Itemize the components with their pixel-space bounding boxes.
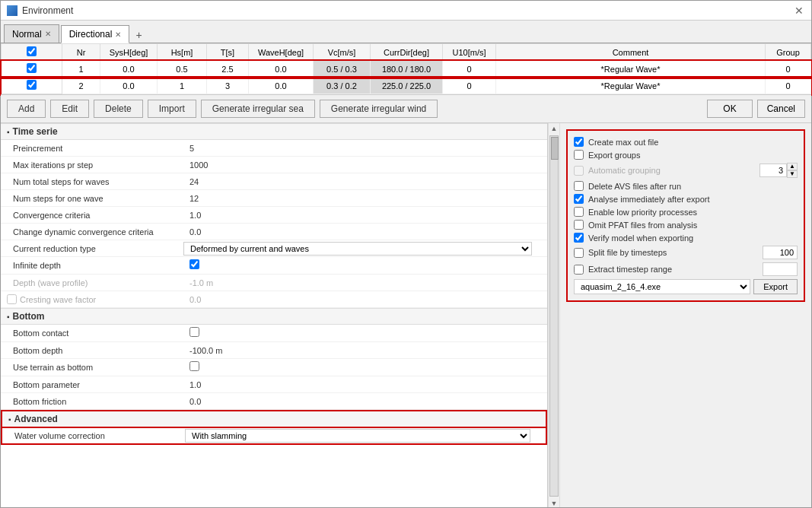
enable-low-priority-checkbox[interactable] bbox=[574, 207, 584, 217]
row1-nr: 1 bbox=[62, 61, 100, 78]
num-total-steps-label: Num total steps for waves bbox=[1, 175, 183, 189]
scroll-down-arrow[interactable]: ▼ bbox=[551, 500, 558, 507]
row2-checkbox[interactable] bbox=[27, 80, 37, 90]
row1-checkbox[interactable] bbox=[27, 63, 37, 73]
preincrement-row: Preincrement 5 bbox=[1, 140, 547, 157]
bottom-parameter-value: 1.0 bbox=[183, 378, 547, 392]
row2-hs: 1 bbox=[158, 78, 207, 94]
table-row[interactable]: 1 0.0 0.5 2.5 0.0 0.5 / 0.3 180.0 / 180.… bbox=[2, 61, 811, 78]
generate-irregular-wind-button[interactable]: Generate irregular wind bbox=[320, 100, 438, 118]
table-body: 1 0.0 0.5 2.5 0.0 0.5 / 0.3 180.0 / 180.… bbox=[2, 61, 811, 94]
export-groups-checkbox[interactable] bbox=[574, 150, 584, 160]
table-row[interactable]: 2 0.0 1 3 0.0 0.3 / 0.2 225.0 / 225.0 0 … bbox=[2, 78, 811, 94]
scroll-track[interactable] bbox=[549, 135, 559, 497]
cancel-button[interactable]: Cancel bbox=[757, 100, 805, 118]
analyse-immediately-checkbox[interactable] bbox=[574, 194, 584, 204]
tab-directional-close[interactable]: ✕ bbox=[115, 30, 121, 39]
tab-directional[interactable]: Directional ✕ bbox=[61, 25, 130, 43]
exe-select[interactable]: aquasim_2_16_4.exe bbox=[574, 279, 750, 294]
tab-normal-close[interactable]: ✕ bbox=[45, 30, 51, 38]
infinite-depth-checkbox[interactable] bbox=[189, 259, 199, 269]
export-groups-label: Export groups bbox=[588, 151, 798, 160]
time-serie-toggle[interactable]: ▪ bbox=[7, 128, 10, 136]
title-bar-left: Environment bbox=[7, 5, 73, 16]
bottom-parameter-label: Bottom parameter bbox=[1, 378, 183, 392]
bottom-contact-checkbox[interactable] bbox=[189, 327, 199, 337]
convergence-criteria-value: 1.0 bbox=[183, 208, 547, 222]
automatic-grouping-input[interactable] bbox=[759, 164, 787, 177]
omit-pfat-label: Omit PFAT files from analysis bbox=[588, 221, 798, 230]
extract-timestep-row: Extract timestep range bbox=[574, 262, 798, 276]
row2-currdir: 225.0 / 225.0 bbox=[371, 78, 443, 94]
automatic-grouping-checkbox[interactable] bbox=[574, 166, 584, 176]
current-reduction-select[interactable]: Deformed by current and waves bbox=[183, 242, 532, 256]
bottom-depth-label: Bottom depth bbox=[1, 344, 183, 357]
export-button[interactable]: Export bbox=[753, 279, 798, 294]
time-serie-section-header: ▪ Time serie bbox=[1, 123, 547, 140]
infinite-depth-label: Infinite depth bbox=[1, 259, 183, 272]
scroll-up-arrow[interactable]: ▲ bbox=[551, 125, 558, 132]
max-iterations-row: Max iterations pr step 1000 bbox=[1, 157, 547, 173]
delete-avs-checkbox[interactable] bbox=[574, 181, 584, 191]
create-max-out-checkbox[interactable] bbox=[574, 137, 584, 147]
extract-timestep-input[interactable] bbox=[763, 262, 798, 276]
row1-group: 0 bbox=[766, 61, 811, 78]
split-file-checkbox[interactable] bbox=[574, 248, 584, 258]
table-header: Nr SysH[deg] Hs[m] T[s] WaveH[deg] Vc[m/… bbox=[2, 44, 811, 61]
bottom-depth-row: Bottom depth -100.0 m bbox=[1, 342, 547, 359]
spinner-down[interactable]: ▼ bbox=[787, 170, 798, 178]
automatic-grouping-label: Automatic grouping bbox=[588, 166, 755, 175]
import-button[interactable]: Import bbox=[148, 100, 196, 118]
use-terrain-checkbox[interactable] bbox=[189, 361, 199, 371]
extract-timestep-checkbox[interactable] bbox=[574, 265, 584, 275]
depth-label: Depth (wave profile) bbox=[1, 276, 183, 290]
right-section: Create max out file Export groups Automa… bbox=[566, 129, 805, 302]
add-button[interactable]: Add bbox=[7, 100, 46, 118]
advanced-label: Advanced bbox=[14, 414, 58, 424]
col-waveh: WaveH[deg] bbox=[249, 44, 314, 61]
delete-button[interactable]: Delete bbox=[94, 100, 143, 118]
verify-model-checkbox[interactable] bbox=[574, 233, 584, 243]
max-iterations-label: Max iterations pr step bbox=[1, 158, 183, 172]
spinner-buttons: ▲ ▼ bbox=[787, 163, 798, 178]
row1-sysh: 0.0 bbox=[100, 61, 158, 78]
col-check bbox=[2, 44, 62, 61]
water-volume-select[interactable]: With slamming bbox=[185, 429, 530, 443]
edit-button[interactable]: Edit bbox=[50, 100, 89, 118]
row1-comment: *Regular Wave* bbox=[496, 61, 766, 78]
environment-table: Nr SysH[deg] Hs[m] T[s] WaveH[deg] Vc[m/… bbox=[1, 43, 811, 94]
row1-vc: 0.5 / 0.3 bbox=[314, 61, 371, 78]
row2-t: 3 bbox=[207, 78, 249, 94]
spinner-up[interactable]: ▲ bbox=[787, 163, 798, 170]
properties-scroll[interactable]: ▪ Time serie Preincrement 5 Max iteratio… bbox=[1, 123, 547, 507]
split-file-row: Split file by timesteps bbox=[574, 246, 798, 259]
bottom-toggle[interactable]: ▪ bbox=[7, 313, 10, 321]
generate-irregular-sea-button[interactable]: Generate irregular sea bbox=[201, 100, 315, 118]
tab-add-button[interactable]: + bbox=[131, 27, 146, 43]
bottom-depth-value: -100.0 m bbox=[183, 344, 547, 357]
row1-t: 2.5 bbox=[207, 61, 249, 78]
header-checkbox[interactable] bbox=[27, 46, 37, 56]
use-terrain-row: Use terrain as bottom bbox=[1, 359, 547, 376]
vertical-scrollbar[interactable]: ▲ ▼ bbox=[548, 123, 560, 507]
split-file-label: Split file by timesteps bbox=[588, 248, 758, 257]
ok-button[interactable]: OK bbox=[707, 100, 752, 118]
window-close-button[interactable]: ✕ bbox=[793, 5, 805, 17]
num-total-steps-row: Num total steps for waves 24 bbox=[1, 173, 547, 190]
split-file-input[interactable] bbox=[763, 246, 798, 259]
scroll-thumb[interactable] bbox=[551, 137, 559, 160]
cresting-checkbox[interactable] bbox=[7, 294, 17, 304]
advanced-toggle[interactable]: ▪ bbox=[8, 415, 11, 424]
row2-u10: 0 bbox=[443, 78, 496, 94]
tab-normal[interactable]: Normal ✕ bbox=[4, 24, 59, 43]
use-terrain-label: Use terrain as bottom bbox=[1, 360, 183, 374]
num-steps-one-wave-value: 12 bbox=[183, 192, 547, 205]
app-icon bbox=[7, 5, 18, 16]
cresting-row: Cresting wave factor 0.0 bbox=[1, 291, 547, 308]
row2-nr: 2 bbox=[62, 78, 100, 94]
bottom-section-header: ▪ Bottom bbox=[1, 308, 547, 325]
current-reduction-label: Current reduction type bbox=[1, 242, 183, 256]
omit-pfat-checkbox[interactable] bbox=[574, 220, 584, 230]
export-groups-row: Export groups bbox=[574, 150, 798, 160]
create-max-out-label: Create max out file bbox=[588, 138, 798, 147]
